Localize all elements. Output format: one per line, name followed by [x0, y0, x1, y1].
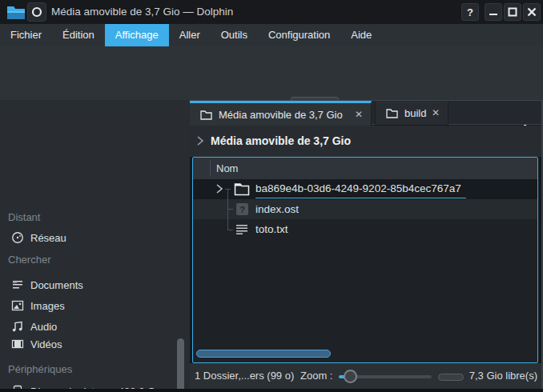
- toolbar: Précédent Suivant Haut Icônes: [0, 46, 543, 100]
- section-peripheriques: Périphériques: [8, 363, 72, 375]
- document-icon: [11, 278, 24, 291]
- menu-aller[interactable]: Aller: [169, 24, 211, 46]
- tab-media-amovible[interactable]: Média amovible de 3,7 Gio ✕: [190, 101, 372, 126]
- folder-icon: [386, 108, 398, 118]
- sidebar-item-images[interactable]: Images: [0, 296, 176, 315]
- close-tab-icon[interactable]: ✕: [432, 107, 440, 118]
- svg-text:?: ?: [239, 205, 245, 214]
- expander-chevron-icon[interactable]: [215, 183, 223, 194]
- window-bottom-edge: [0, 389, 543, 392]
- column-separator: [210, 160, 211, 177]
- column-header-nom: Nom: [216, 158, 238, 179]
- window-menu-icon[interactable]: [27, 2, 46, 22]
- sidebar-item-videos[interactable]: Vidéos: [0, 334, 176, 354]
- capacity-bar: [438, 374, 464, 381]
- sidebar-item-documents[interactable]: Documents: [0, 275, 176, 294]
- sidebar-item-reseau[interactable]: Réseau: [0, 228, 176, 247]
- window-title: Média amovible de 3,7 Gio — Dolphin: [51, 0, 233, 24]
- chevron-right-icon[interactable]: [196, 135, 204, 146]
- tab-bar: Média amovible de 3,7 Gio ✕ build ✕: [190, 100, 543, 125]
- unknown-file-icon: ?: [234, 202, 250, 217]
- file-name[interactable]: toto.txt: [255, 219, 288, 239]
- tree-guide-line: [227, 209, 233, 210]
- sidebar-item-audio[interactable]: Audio: [0, 317, 176, 336]
- file-row-toto-txt[interactable]: toto.txt: [193, 219, 537, 239]
- menu-outils[interactable]: Outils: [211, 24, 258, 46]
- status-bar: 1 Dossier,...ers (99 o) Zoom : 7,3 Gio l…: [190, 363, 543, 389]
- file-row-folder[interactable]: ba869e4b-03d6-4249-9202-85b4cec767a7: [193, 179, 537, 199]
- tree-guide-line: [225, 189, 231, 190]
- menu-aide[interactable]: Aide: [340, 24, 382, 46]
- file-view: Nom ba869e4b-03d6-4249-9202-85b4cec767a7…: [192, 157, 538, 363]
- folder-icon: [200, 110, 212, 120]
- zoom-label: Zoom :: [300, 363, 332, 389]
- tree-guide-line: [227, 230, 233, 230]
- column-header[interactable]: Nom: [193, 158, 537, 179]
- help-button[interactable]: ?: [461, 3, 479, 21]
- breadcrumb: Média amovible de 3,7 Gio: [190, 126, 543, 157]
- file-name[interactable]: index.ost: [255, 199, 299, 219]
- zoom-slider-handle[interactable]: [344, 370, 357, 383]
- horizontal-scrollbar[interactable]: [196, 350, 331, 358]
- menu-affichage[interactable]: Affichage: [105, 24, 169, 46]
- close-icon[interactable]: [523, 3, 541, 21]
- menu-configuration[interactable]: Configuration: [258, 24, 340, 46]
- places-panel: Distant Réseau Chercher Documents Images: [0, 100, 190, 389]
- breadcrumb-path[interactable]: Média amovible de 3,7 Gio: [211, 126, 351, 157]
- file-name[interactable]: ba869e4b-03d6-4249-9202-85b4cec767a7: [255, 179, 466, 198]
- tree-guide-line: [227, 190, 228, 230]
- image-icon: [11, 299, 24, 312]
- video-icon: [11, 338, 24, 350]
- sidebar-scrollbar[interactable]: [177, 338, 184, 392]
- dolphin-folder-icon: [6, 4, 26, 20]
- maximize-button[interactable]: [504, 3, 521, 21]
- section-distant: Distant: [8, 211, 40, 223]
- menu-fichier[interactable]: Fichier: [0, 24, 52, 46]
- close-tab-icon[interactable]: ✕: [355, 109, 363, 120]
- menu-edition[interactable]: Édition: [52, 24, 105, 46]
- menubar: Fichier Édition Affichage Aller Outils C…: [0, 24, 543, 46]
- free-space-label: 7,3 Gio libre(s): [469, 363, 537, 389]
- section-chercher: Chercher: [8, 254, 50, 266]
- folder-icon: [234, 182, 250, 197]
- audio-icon: [11, 320, 24, 333]
- text-file-icon: [234, 222, 250, 237]
- items-summary: 1 Dossier,...ers (99 o): [195, 363, 294, 389]
- minimize-button[interactable]: [485, 3, 502, 21]
- titlebar: Média amovible de 3,7 Gio — Dolphin ?: [0, 0, 543, 24]
- tab-build[interactable]: build ✕: [375, 101, 448, 125]
- file-row-index-ost[interactable]: ? index.ost: [193, 199, 537, 219]
- network-icon: [11, 231, 24, 244]
